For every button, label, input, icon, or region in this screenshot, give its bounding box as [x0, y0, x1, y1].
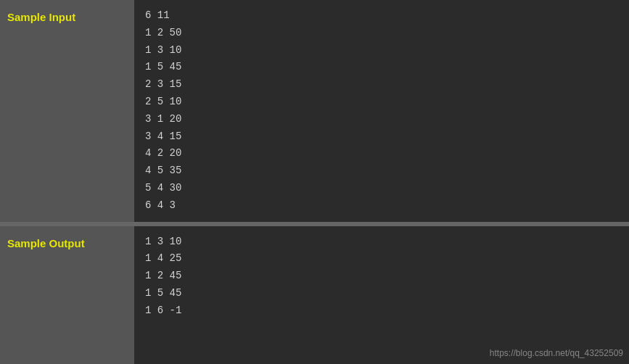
list-item: 1 6 -1 [145, 302, 618, 320]
list-item: 6 4 3 [145, 197, 618, 215]
input-content: 6 111 2 501 3 101 5 452 3 152 5 103 1 20… [134, 0, 629, 222]
input-label: Sample Input [0, 0, 134, 222]
list-item: 2 5 10 [145, 94, 618, 111]
output-label: Sample Output [0, 226, 134, 364]
list-item: 3 4 15 [145, 128, 618, 146]
list-item: 1 5 45 [145, 285, 618, 302]
list-item: 1 2 50 [145, 25, 618, 42]
list-item: 1 3 10 [145, 42, 618, 59]
main-container: Sample Input 6 111 2 501 3 101 5 452 3 1… [0, 0, 629, 364]
output-content: 1 3 101 4 251 2 451 5 451 6 -1 [134, 226, 629, 364]
output-section: Sample Output 1 3 101 4 251 2 451 5 451 … [0, 226, 629, 364]
list-item: 4 2 20 [145, 145, 618, 162]
list-item: 1 4 25 [145, 250, 618, 268]
input-lines: 6 111 2 501 3 101 5 452 3 152 5 103 1 20… [145, 7, 618, 215]
list-item: 5 4 30 [145, 180, 618, 197]
list-item: 4 5 35 [145, 162, 618, 180]
list-item: 1 2 45 [145, 268, 618, 285]
input-section: Sample Input 6 111 2 501 3 101 5 452 3 1… [0, 0, 629, 222]
list-item: 1 3 10 [145, 233, 618, 251]
watermark-text: https://blog.csdn.net/qq_43252509 [490, 348, 623, 358]
list-item: 3 1 20 [145, 111, 618, 128]
list-item: 1 5 45 [145, 59, 618, 76]
output-lines: 1 3 101 4 251 2 451 5 451 6 -1 [145, 233, 618, 320]
list-item: 6 11 [145, 7, 618, 25]
list-item: 2 3 15 [145, 76, 618, 94]
